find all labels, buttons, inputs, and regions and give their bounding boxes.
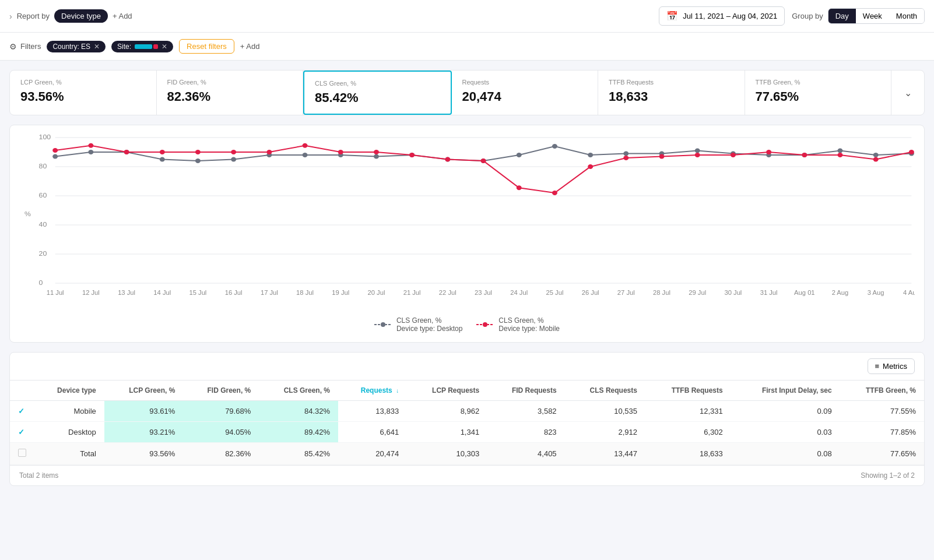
svg-point-18 [231, 157, 236, 162]
country-filter-chip[interactable]: Country: ES ✕ [47, 41, 106, 52]
total-fid-green: 82.36% [183, 443, 259, 465]
unchecked-box [18, 449, 26, 457]
svg-point-28 [588, 153, 593, 157]
metric-card-expand[interactable]: ⌄ [891, 71, 924, 115]
table-row: ✓ Desktop 93.21% 94.05% 89.42% 6,641 1,3… [10, 422, 924, 443]
svg-point-40 [124, 150, 129, 154]
add-button[interactable]: + Add [113, 12, 132, 20]
svg-text:15 Jul: 15 Jul [189, 290, 206, 296]
svg-point-61 [873, 157, 879, 162]
metric-label-ttfb-green: TTFB Green, % [756, 79, 881, 86]
svg-point-13 [52, 154, 58, 159]
metric-label-ttfb-req: TTFB Requests [609, 79, 734, 86]
svg-point-39 [88, 143, 93, 148]
data-table: Device type LCP Green, % FID Green, % CL… [10, 381, 924, 465]
group-by-day[interactable]: Day [828, 9, 856, 23]
metrics-button[interactable]: ≡ Metrics [868, 358, 915, 374]
svg-text:31 Jul: 31 Jul [760, 290, 778, 296]
svg-point-55 [659, 154, 665, 159]
svg-point-53 [588, 164, 593, 169]
th-lcp-requests[interactable]: LCP Requests [407, 381, 487, 401]
total-items-text: Total 2 items [19, 471, 58, 480]
report-by-chip[interactable]: Device type [54, 9, 108, 23]
svg-text:80: 80 [39, 163, 47, 170]
table-header: Device type LCP Green, % FID Green, % CL… [10, 381, 924, 401]
total-lcp-requests: 10,303 [407, 443, 487, 465]
svg-point-31 [695, 149, 700, 153]
x-axis-labels: 11 Jul 12 Jul 13 Jul 14 Jul 15 Jul 16 Ju… [47, 290, 915, 296]
expand-button[interactable]: ⌄ [904, 87, 912, 98]
metric-card-requests[interactable]: Requests 20,474 [452, 71, 599, 115]
group-by-week[interactable]: Week [856, 9, 889, 23]
total-check[interactable] [10, 443, 34, 465]
svg-point-43 [231, 150, 236, 154]
svg-text:11 Jul: 11 Jul [47, 290, 64, 296]
th-requests[interactable]: Requests ↓ [338, 381, 407, 401]
table-row: ✓ Mobile 93.61% 79.68% 84.32% 13,833 8,9… [10, 401, 924, 422]
svg-text:28 Jul: 28 Jul [653, 290, 670, 296]
mobile-dots [52, 143, 914, 195]
svg-text:4 Aug: 4 Aug [903, 290, 915, 296]
svg-point-52 [552, 191, 557, 195]
metric-value-requests: 20,474 [462, 89, 588, 104]
site-bar-teal [135, 44, 152, 49]
metric-label-lcp: LCP Green, % [20, 79, 146, 86]
site-chip-close[interactable]: ✕ [161, 43, 167, 51]
th-ttfb-green[interactable]: TTFB Green, % [840, 381, 924, 401]
country-chip-text: Country: ES [52, 43, 90, 51]
desktop-fid-green: 94.05% [183, 422, 259, 443]
svg-point-49 [445, 157, 450, 162]
filter-bar: ⚙ Filters Country: ES ✕ Site: ✕ Reset fi… [0, 33, 934, 61]
svg-text:21 Jul: 21 Jul [403, 290, 421, 296]
metric-card-ttfb-req[interactable]: TTFB Requests 18,633 [598, 71, 745, 115]
site-filter-chip[interactable]: Site: ✕ [111, 41, 173, 52]
th-ttfb-requests[interactable]: TTFB Requests [645, 381, 731, 401]
site-chip-label: Site: [117, 43, 131, 51]
legend-mobile-label: CLS Green, %Device type: Mobile [498, 316, 560, 333]
svg-point-14 [88, 150, 93, 154]
table-footer: Total 2 items Showing 1–2 of 2 [10, 465, 924, 485]
metric-card-lcp[interactable]: LCP Green, % 93.56% [10, 71, 157, 115]
desktop-check[interactable]: ✓ [10, 422, 34, 443]
svg-text:24 Jul: 24 Jul [510, 290, 528, 296]
th-cls-green[interactable]: CLS Green, % [259, 381, 338, 401]
top-bar-right: 📅 Jul 11, 2021 – Aug 04, 2021 Group by D… [659, 6, 925, 26]
desktop-cls-green: 89.42% [259, 422, 338, 443]
total-ttfb-green: 77.65% [840, 443, 924, 465]
country-chip-close[interactable]: ✕ [94, 43, 100, 51]
sort-arrow-icon: ↓ [396, 388, 399, 394]
metric-card-fid[interactable]: FID Green, % 82.36% [157, 71, 304, 115]
date-range-button[interactable]: 📅 Jul 11, 2021 – Aug 04, 2021 [659, 6, 785, 26]
th-fid-requests[interactable]: FID Requests [487, 381, 564, 401]
th-lcp-green[interactable]: LCP Green, % [104, 381, 184, 401]
svg-point-51 [517, 185, 522, 190]
svg-point-60 [837, 153, 842, 157]
svg-text:20 Jul: 20 Jul [368, 290, 385, 296]
total-requests: 20,474 [338, 443, 407, 465]
desktop-requests: 6,641 [338, 422, 407, 443]
mobile-check[interactable]: ✓ [10, 401, 34, 422]
svg-text:30 Jul: 30 Jul [724, 290, 742, 296]
th-fid-green[interactable]: FID Green, % [183, 381, 259, 401]
legend-desktop-line-icon [374, 321, 392, 328]
desktop-fid-sec: 0.03 [731, 422, 840, 443]
svg-point-36 [873, 153, 879, 157]
mobile-device-cell: Mobile [34, 401, 104, 422]
metric-card-cls[interactable]: CLS Green, % 85.42% [303, 71, 452, 115]
th-cls-requests[interactable]: CLS Requests [565, 381, 645, 401]
check-icon: ✓ [18, 407, 24, 415]
svg-point-20 [303, 153, 308, 157]
metric-value-fid: 82.36% [167, 89, 293, 104]
svg-point-41 [160, 150, 165, 154]
reset-filters-button[interactable]: Reset filters [179, 39, 234, 54]
metric-card-ttfb-green[interactable]: TTFB Green, % 77.65% [745, 71, 892, 115]
legend-mobile-line-icon [476, 321, 494, 328]
filter-add-button[interactable]: + Add [240, 42, 260, 51]
table-row-total: Total 93.56% 82.36% 85.42% 20,474 10,303… [10, 443, 924, 465]
th-device-type[interactable]: Device type [34, 381, 104, 401]
svg-point-59 [802, 153, 807, 157]
svg-point-22 [374, 154, 379, 159]
group-by-month[interactable]: Month [889, 9, 924, 23]
th-fid-sec[interactable]: First Input Delay, sec [731, 381, 840, 401]
svg-point-48 [409, 153, 415, 157]
